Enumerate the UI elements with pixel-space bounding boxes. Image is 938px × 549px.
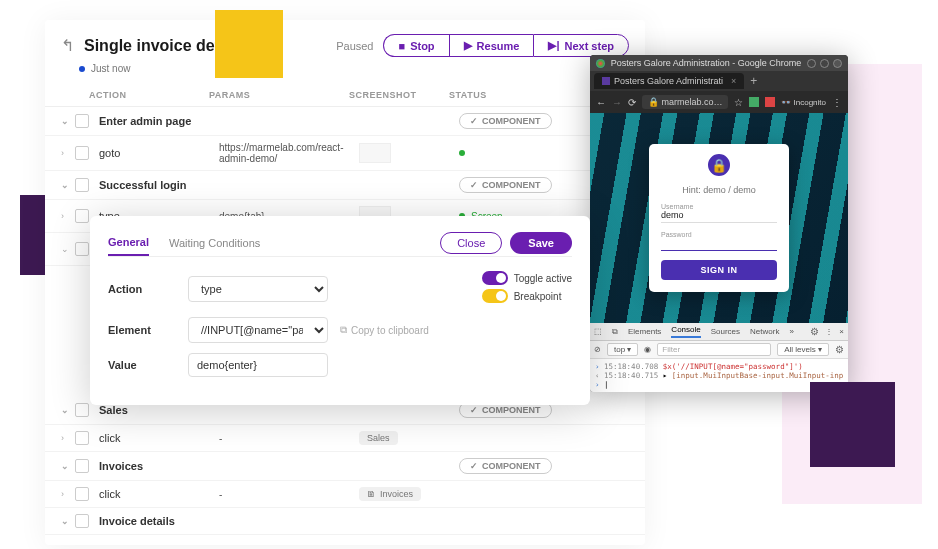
url-input[interactable]: 🔒 marmelab.co… bbox=[642, 95, 728, 109]
eye-icon[interactable]: ◉ bbox=[644, 345, 651, 354]
row-checkbox[interactable] bbox=[75, 178, 89, 192]
label-value: Value bbox=[108, 359, 188, 371]
new-tab-button[interactable]: + bbox=[750, 74, 757, 88]
save-button[interactable]: Save bbox=[510, 232, 572, 254]
devtools-tab-console[interactable]: Console bbox=[671, 325, 700, 338]
close-button[interactable]: Close bbox=[440, 232, 502, 254]
clear-console-icon[interactable]: ⊘ bbox=[594, 345, 601, 354]
component-badge: ✓COMPONENT bbox=[459, 458, 552, 474]
step-click-invoices[interactable]: › click - 🗎Invoices bbox=[45, 481, 645, 508]
screenshot-thumb[interactable] bbox=[359, 143, 391, 163]
status-dot-icon bbox=[79, 66, 85, 72]
action-select[interactable]: type bbox=[188, 276, 328, 302]
username-input[interactable]: demo bbox=[661, 210, 777, 223]
favicon-icon bbox=[602, 77, 610, 85]
resume-button[interactable]: ▶Resume bbox=[449, 34, 534, 57]
row-checkbox[interactable] bbox=[75, 487, 89, 501]
browser-window: Posters Galore Administration - Google C… bbox=[590, 55, 848, 392]
nav-forward-icon[interactable]: → bbox=[612, 97, 622, 108]
toggle-active-switch[interactable] bbox=[482, 271, 508, 285]
incognito-icon: 👓 bbox=[781, 98, 791, 107]
group-label: Invoice details bbox=[99, 515, 219, 527]
row-checkbox[interactable] bbox=[75, 242, 89, 256]
reload-icon[interactable]: ⟳ bbox=[628, 97, 636, 108]
extension-icon[interactable] bbox=[749, 97, 759, 107]
back-icon[interactable]: ↰ bbox=[61, 36, 74, 55]
inspect-icon[interactable]: ⬚ bbox=[594, 327, 602, 336]
check-icon: ✓ bbox=[470, 405, 478, 415]
menu-icon[interactable]: ⋮ bbox=[832, 97, 842, 108]
step-click-sales[interactable]: › click - Sales bbox=[45, 425, 645, 452]
check-icon: ✓ bbox=[470, 116, 478, 126]
lock-icon: 🔒 bbox=[648, 97, 659, 107]
browser-tab[interactable]: Posters Galore Administrati× bbox=[594, 73, 744, 89]
gear-icon[interactable]: ⚙ bbox=[835, 344, 844, 355]
device-icon[interactable]: ⧉ bbox=[612, 327, 618, 337]
more-tabs-icon[interactable]: » bbox=[789, 327, 793, 336]
tab-title: Posters Galore Administrati bbox=[614, 76, 723, 86]
step-goto[interactable]: › goto https://marmelab.com/react-admin-… bbox=[45, 136, 645, 171]
signin-button[interactable]: SIGN IN bbox=[661, 260, 777, 280]
devtools-tab-sources[interactable]: Sources bbox=[711, 327, 740, 336]
copy-icon: ⧉ bbox=[340, 324, 347, 336]
username-label: Username bbox=[661, 203, 777, 210]
devtools-tab-network[interactable]: Network bbox=[750, 327, 779, 336]
page-viewport: 🔒 Hint: demo / demo Username demo Passwo… bbox=[590, 113, 848, 323]
close-icon[interactable] bbox=[833, 59, 842, 68]
context-select[interactable]: top ▾ bbox=[607, 343, 638, 356]
col-screenshot: SCREENSHOT bbox=[349, 90, 449, 100]
window-title: Posters Galore Administration - Google C… bbox=[609, 58, 803, 68]
chevron-down-icon: ⌄ bbox=[61, 180, 75, 190]
group-label: Enter admin page bbox=[99, 115, 219, 127]
minimize-icon[interactable] bbox=[807, 59, 816, 68]
group-invoices[interactable]: ⌄ Invoices ✓COMPONENT bbox=[45, 452, 645, 481]
console-line: [input.MuiInputBase-input.MuiInput-input… bbox=[672, 371, 843, 380]
row-checkbox[interactable] bbox=[75, 146, 89, 160]
filter-input[interactable]: Filter bbox=[657, 343, 771, 356]
toggle-breakpoint-switch[interactable] bbox=[482, 289, 508, 303]
label-action: Action bbox=[108, 283, 188, 295]
row-checkbox[interactable] bbox=[75, 514, 89, 528]
copy-to-clipboard-button[interactable]: ⧉Copy to clipboard bbox=[340, 324, 429, 336]
chevron-down-icon: ⌄ bbox=[61, 116, 75, 126]
devtools-tab-elements[interactable]: Elements bbox=[628, 327, 661, 336]
row-checkbox[interactable] bbox=[75, 114, 89, 128]
extension-icon[interactable] bbox=[765, 97, 775, 107]
group-invoice-details[interactable]: ⌄ Invoice details bbox=[45, 508, 645, 535]
maximize-icon[interactable] bbox=[820, 59, 829, 68]
toggle-breakpoint-label: Breakpoint bbox=[514, 291, 562, 302]
bookmark-icon[interactable]: ☆ bbox=[734, 97, 743, 108]
row-checkbox[interactable] bbox=[75, 403, 89, 417]
menu-icon[interactable]: ⋮ bbox=[825, 327, 833, 336]
group-successful-login[interactable]: ⌄ Successful login ✓COMPONENT bbox=[45, 171, 645, 200]
levels-select[interactable]: All levels ▾ bbox=[777, 343, 829, 356]
close-tab-icon[interactable]: × bbox=[731, 76, 736, 86]
status-dot-icon bbox=[459, 150, 465, 156]
tab-waiting-conditions[interactable]: Waiting Conditions bbox=[169, 231, 260, 255]
params-text: https://marmelab.com/react-admin-demo/ bbox=[219, 142, 359, 164]
incognito-badge: 👓Incognito bbox=[781, 98, 826, 107]
step-editor-popover: General Waiting Conditions Close Save Ac… bbox=[90, 216, 590, 405]
decorative-block bbox=[215, 10, 283, 78]
gear-icon[interactable]: ⚙ bbox=[810, 326, 819, 337]
password-input[interactable] bbox=[661, 238, 777, 251]
tab-general[interactable]: General bbox=[108, 230, 149, 256]
status-label: Paused bbox=[336, 40, 373, 52]
check-icon: ✓ bbox=[470, 180, 478, 190]
lock-avatar-icon: 🔒 bbox=[705, 151, 733, 179]
address-bar: ← → ⟳ 🔒 marmelab.co… ☆ 👓Incognito ⋮ bbox=[590, 91, 848, 113]
row-checkbox[interactable] bbox=[75, 431, 89, 445]
close-devtools-icon[interactable]: × bbox=[839, 327, 844, 336]
row-checkbox[interactable] bbox=[75, 209, 89, 223]
group-enter-admin[interactable]: ⌄ Enter admin page ✓COMPONENT bbox=[45, 107, 645, 136]
element-select[interactable]: //INPUT[@name="password"] bbox=[188, 317, 328, 343]
row-checkbox[interactable] bbox=[75, 459, 89, 473]
chevron-down-icon: ⌄ bbox=[61, 405, 75, 415]
next-step-button[interactable]: ▶|Next step bbox=[533, 34, 629, 57]
value-input[interactable] bbox=[188, 353, 328, 377]
nav-back-icon[interactable]: ← bbox=[596, 97, 606, 108]
params-text: - bbox=[219, 433, 359, 444]
action-text: click bbox=[99, 432, 219, 444]
stop-button[interactable]: ■Stop bbox=[383, 34, 448, 57]
columns-header: ACTION PARAMS SCREENSHOT STATUS bbox=[45, 84, 645, 107]
